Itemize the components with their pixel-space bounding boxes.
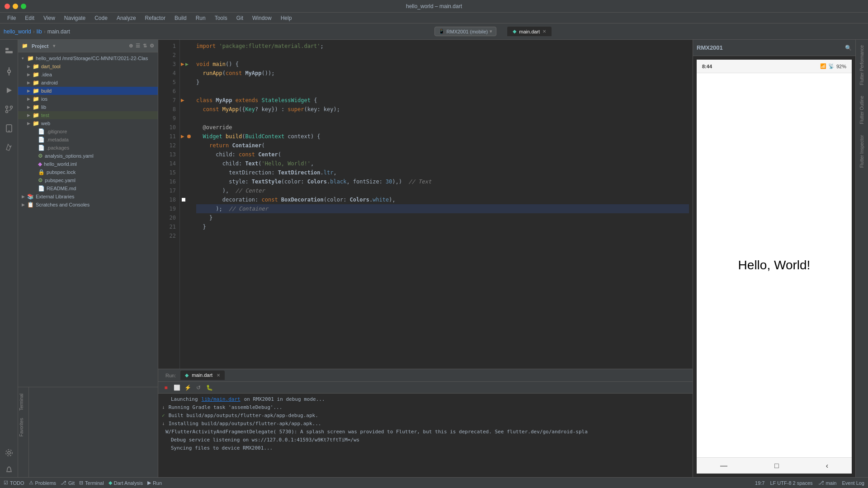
sort-icon[interactable]: ⇅ <box>143 43 147 49</box>
tree-label: .packages <box>47 145 69 150</box>
tree-item-analysis[interactable]: ⚙ analysis_options.yaml <box>18 152 158 160</box>
list-icon[interactable]: ☰ <box>136 43 140 49</box>
menu-file[interactable]: File <box>4 14 19 22</box>
tree-item-pubspec-yaml[interactable]: ⚙ pubspec.yaml <box>18 176 158 184</box>
code-editor[interactable]: import 'package:flutter/material.dart'; … <box>193 40 693 369</box>
bottom-panel: Run: ◆ main.dart ✕ ■ ⬜ ⚡ ↺ 🐛 Launching l… <box>158 369 693 477</box>
fold-icon[interactable]: ▶ <box>181 60 184 69</box>
fold-icon-class[interactable]: ▶ <box>181 98 184 103</box>
status-position[interactable]: 19:7 <box>755 480 764 486</box>
search-icon[interactable]: 🔍 <box>845 45 852 51</box>
console-tab[interactable]: ⬜ <box>173 384 181 392</box>
menu-tools[interactable]: Tools <box>211 14 231 22</box>
tree-item-external-libs[interactable]: ▶ 📚 External Libraries <box>18 192 158 201</box>
terminal-label: Terminal <box>85 480 104 486</box>
status-problems[interactable]: ⚠ Problems <box>29 480 56 486</box>
window-controls[interactable] <box>5 4 26 9</box>
hot-reload-button[interactable]: ↺ <box>194 384 203 392</box>
tree-item-packages[interactable]: 📄 .packages <box>18 144 158 152</box>
maximize-button[interactable] <box>21 4 26 9</box>
tree-item-test[interactable]: ▶ 📁 test <box>18 111 158 119</box>
menu-edit[interactable]: Edit <box>21 14 38 22</box>
settings-icon[interactable] <box>2 446 16 460</box>
locate-icon[interactable]: ⊕ <box>129 43 133 49</box>
status-git[interactable]: ⎇ Git <box>61 480 75 486</box>
status-encoding[interactable]: LF UTF-8 2 spaces <box>770 480 812 486</box>
tree-item-dart-tool[interactable]: ▶ 📁 dart_tool <box>18 62 158 70</box>
status-event-log[interactable]: Event Log <box>842 480 864 486</box>
debug-breakpoint[interactable] <box>187 135 191 138</box>
file-icon: 📄 <box>38 145 45 151</box>
tree-item-web[interactable]: ▶ 📁 web <box>18 119 158 127</box>
menu-analyze[interactable]: Analyze <box>113 14 140 22</box>
menu-navigate[interactable]: Navigate <box>61 14 89 22</box>
firebase-icon[interactable] <box>2 140 16 155</box>
position-label: 19:7 <box>755 480 764 486</box>
tree-root[interactable]: ▾ 📁 hello_world /mnt/Storage/CC-MNNIT/20… <box>18 54 158 62</box>
tree-item-gitignore[interactable]: 📄 .gitignore <box>18 127 158 136</box>
flutter-inspector-tab[interactable]: Flutter Inspector <box>858 131 866 171</box>
tree-item-scratches[interactable]: ▶ 📋 Scratches and Consoles <box>18 201 158 209</box>
run-gutter-icon[interactable]: ▶ <box>185 60 189 69</box>
status-todo[interactable]: ☑ TODO <box>4 480 24 486</box>
folder-icon: 📁 <box>33 88 39 94</box>
status-terminal[interactable]: ⊟ Terminal <box>79 480 104 486</box>
menu-code[interactable]: Code <box>91 14 111 22</box>
tree-item-android[interactable]: ▶ 📁 android <box>18 79 158 87</box>
reload-button[interactable]: ⚡ <box>184 384 192 392</box>
tree-item-lib[interactable]: ▶ 📁 lib <box>18 103 158 111</box>
menu-run[interactable]: Run <box>192 14 209 22</box>
project-icon[interactable] <box>2 43 16 58</box>
menu-git[interactable]: Git <box>233 14 247 22</box>
menu-refactor[interactable]: Refactor <box>142 14 169 22</box>
notification-icon[interactable] <box>2 463 16 477</box>
minimize-button[interactable] <box>13 4 18 9</box>
pull-requests-icon[interactable] <box>2 102 16 117</box>
editor-tabs: ◆ main.dart ✕ <box>507 27 864 36</box>
gear-icon[interactable]: ⚙ <box>150 43 154 49</box>
menu-help[interactable]: Help <box>277 14 296 22</box>
window-title: hello_world – main.dart <box>406 3 462 9</box>
favorites-tab[interactable]: Favorites <box>18 415 28 439</box>
tab-close-icon[interactable]: ✕ <box>217 373 220 378</box>
device-selector[interactable]: 📱 RMX2001 (mobile) ▾ <box>434 27 497 36</box>
breadcrumb-file[interactable]: main.dart <box>47 28 70 35</box>
commit-icon[interactable] <box>2 64 16 79</box>
fold-icon-build[interactable]: ▶ <box>181 134 184 139</box>
stop-button[interactable]: ■ <box>162 384 170 392</box>
lib-main-link[interactable]: lib/main.dart <box>202 395 241 404</box>
status-run[interactable]: ▶ Run <box>147 480 162 486</box>
tree-item-build[interactable]: ▶ 📁 build <box>18 87 158 95</box>
debug-button[interactable]: 🐛 <box>205 384 213 392</box>
svg-rect-11 <box>8 131 10 131</box>
tab-main-dart[interactable]: ◆ main.dart ✕ <box>507 27 552 36</box>
menu-build[interactable]: Build <box>171 14 190 22</box>
tree-label: .idea <box>41 72 52 77</box>
status-dart-analysis[interactable]: ◆ Dart Analysis <box>108 480 143 486</box>
phone-device-icon[interactable] <box>2 121 16 136</box>
status-branch[interactable]: ⎇ main <box>818 480 837 486</box>
run-tab-main-dart[interactable]: ◆ main.dart ✕ <box>180 371 225 380</box>
dropdown-icon[interactable]: ▾ <box>53 43 55 48</box>
flutter-outline-tab[interactable]: Flutter Outline <box>858 92 866 128</box>
tree-item-ios[interactable]: ▶ 📁 ios <box>18 95 158 103</box>
flutter-performance-tab[interactable]: Flutter Performance <box>858 42 866 89</box>
tree-item-readme[interactable]: 📄 README.md <box>18 184 158 192</box>
check-icon: ✓ <box>162 412 165 420</box>
close-button[interactable] <box>5 4 10 9</box>
breadcrumb-lib[interactable]: lib <box>37 28 42 35</box>
tab-close-icon[interactable]: ✕ <box>542 29 546 34</box>
svg-rect-1 <box>5 51 13 53</box>
breadcrumb-project[interactable]: hello_world <box>4 28 31 35</box>
tree-item-pubspec-lock[interactable]: 🔒 pubspec.lock <box>18 168 158 176</box>
tree-label: web <box>41 121 50 126</box>
tree-item-idea[interactable]: ▶ 📁 .idea <box>18 70 158 79</box>
menu-window[interactable]: Window <box>249 14 275 22</box>
menu-view[interactable]: View <box>40 14 59 22</box>
run-debug-icon[interactable] <box>2 83 16 98</box>
tree-label: pubspec.yaml <box>45 178 75 183</box>
dart-icon: ◆ <box>185 372 189 378</box>
tree-item-metadata[interactable]: 📄 .metadata <box>18 136 158 144</box>
tree-item-iml[interactable]: ◆ hello_world.iml <box>18 160 158 168</box>
structure-tab[interactable]: Terminal <box>18 391 28 413</box>
